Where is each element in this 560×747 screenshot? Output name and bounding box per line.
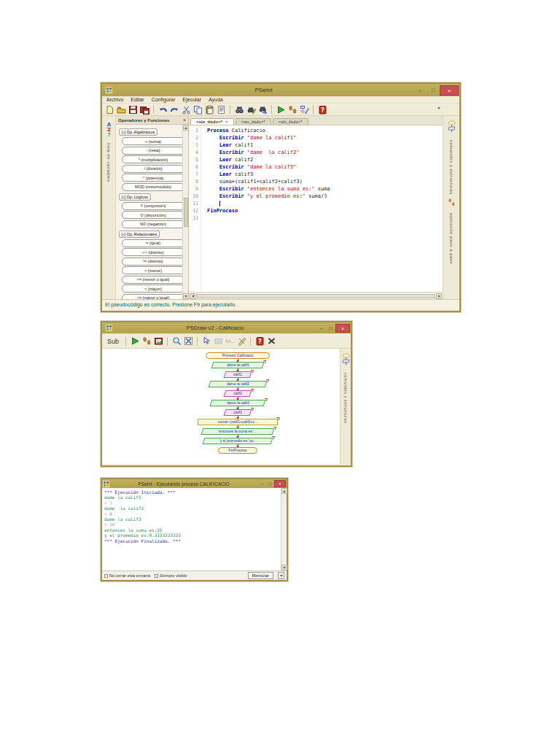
minimize-button[interactable]: – <box>316 325 326 332</box>
scrollbar-thumb[interactable] <box>184 198 188 227</box>
restart-dropdown-icon[interactable] <box>278 572 284 579</box>
tab-sin-titulo-2[interactable]: <sin_titulo>* <box>236 118 271 125</box>
operator-button[interactable]: - (resta) <box>122 147 182 155</box>
operator-button[interactable]: / (división) <box>122 165 182 173</box>
code-area[interactable]: 12345678910111213 Proceso Calificacio Es… <box>189 125 443 292</box>
operator-button[interactable]: != (distinto) <box>122 258 182 266</box>
code-line[interactable]: Escribir "dame la calif1" <box>207 134 443 142</box>
no-close-checkbox[interactable]: No cerrar esta ventana <box>104 573 150 578</box>
operator-button[interactable]: NO (negación) <box>122 220 182 228</box>
code-line[interactable]: Escribir "dame la calif3" <box>207 163 443 171</box>
operator-group-header[interactable]: [-] Op. Relacionales <box>119 231 160 238</box>
close-button[interactable]: × <box>274 480 286 487</box>
flowchart-process-shape[interactable]: suma<-(calif1+calif2+c... <box>198 419 278 425</box>
hscrollbar-track[interactable] <box>196 294 435 298</box>
flowchart-out-shape[interactable]: dame la calif3 <box>210 400 266 406</box>
flowchart-canvas[interactable]: Proceso Calificaciodame la calif1calif1d… <box>102 349 340 464</box>
tab-sin-titulo-3[interactable]: <sin_titulo>* <box>273 118 308 125</box>
operator-button[interactable]: O (disyunción) <box>122 211 182 219</box>
menu-item-editar[interactable]: Editar <box>131 97 144 102</box>
code-line[interactable]: Escribir "y el promedio es:" suma/3 <box>207 193 443 200</box>
save-all-icon[interactable] <box>139 104 149 115</box>
menu-item-configurar[interactable]: Configurar <box>152 97 176 102</box>
code-line[interactable] <box>207 200 443 207</box>
flowchart-terminator-shape[interactable]: FinProceso <box>218 447 257 454</box>
draw-flowchart-icon[interactable] <box>299 104 309 115</box>
copy-icon[interactable] <box>192 104 203 115</box>
redo-icon[interactable] <box>169 104 179 115</box>
main-titlebar[interactable]: PSeInt – □ × <box>102 84 459 96</box>
scroll-up-icon[interactable] <box>183 125 189 131</box>
operator-button[interactable]: + (suma) <box>122 137 182 145</box>
move-icon[interactable] <box>201 336 211 347</box>
menu-item-ejecutar[interactable]: Ejecutar <box>182 97 201 102</box>
always-visible-checkbox[interactable]: Siempre visible <box>155 573 187 578</box>
maximize-button[interactable]: □ <box>427 86 440 95</box>
save-image-icon[interactable] <box>153 336 163 347</box>
undo-icon[interactable] <box>158 104 168 115</box>
side-tab-step-by-step[interactable]: ejecución paso a paso <box>449 213 454 264</box>
operator-button[interactable]: < (menor) <box>122 266 182 274</box>
code-line[interactable]: Proceso Calificacio <box>207 127 443 134</box>
save-icon[interactable] <box>128 104 138 115</box>
operators-panel-close-icon[interactable]: × <box>183 117 186 123</box>
cut-icon[interactable] <box>181 104 191 115</box>
code-line[interactable]: Leer calif1 <box>207 142 443 149</box>
find-icon[interactable] <box>234 104 244 115</box>
maximize-button[interactable]: □ <box>266 481 274 487</box>
maximize-button[interactable]: □ <box>326 325 335 332</box>
editor-hscrollbar[interactable] <box>189 292 443 299</box>
console-titlebar[interactable]: PSeInt - Ejecutando proceso CALIFICACIO … <box>102 479 287 488</box>
psdraw-right-strip[interactable]: comandos y estructuras <box>340 349 351 464</box>
code-line[interactable]: Leer calif3 <box>207 171 443 178</box>
paste-icon[interactable] <box>204 104 214 115</box>
minimize-button[interactable]: – <box>258 481 266 487</box>
scroll-up-icon[interactable] <box>281 488 287 494</box>
menu-item-ayuda[interactable]: Ayuda <box>209 97 223 102</box>
operator-button[interactable]: MOD (resto/modulo) <box>122 183 182 191</box>
psdraw-titlebar[interactable]: PSDraw v2 - Calificacio – □ × <box>102 322 351 333</box>
side-tab-commands-structures[interactable]: comandos y estructuras <box>449 140 454 195</box>
operator-group-header[interactable]: [-] Op. Algebraicos <box>119 128 158 136</box>
flowchart-in-shape[interactable]: calif3 <box>224 409 252 416</box>
scroll-right-icon[interactable] <box>436 293 442 299</box>
close-button[interactable]: × <box>335 324 350 333</box>
code-line[interactable] <box>207 214 443 222</box>
help-icon[interactable]: ? <box>317 104 327 115</box>
code-line[interactable]: FinProceso <box>207 207 443 214</box>
scroll-down-icon[interactable] <box>281 565 287 570</box>
restart-button[interactable]: Reiniciar <box>248 572 273 579</box>
scroll-down-icon[interactable] <box>183 293 189 299</box>
tab-close-icon[interactable]: × <box>225 120 228 124</box>
flowchart-out-shape[interactable]: 'y el promedio es:',su... <box>203 438 273 444</box>
operator-button[interactable]: > (mayor) <box>122 285 182 293</box>
help-icon[interactable]: ? <box>254 336 265 347</box>
operator-group-header[interactable]: [-] Op. Lógicos <box>119 193 151 201</box>
flowchart-out-shape[interactable]: dame la calif1 <box>211 362 265 368</box>
operator-button[interactable]: >= (mayor o igual) <box>122 294 182 300</box>
code-line[interactable]: Escribir "entonces la suma es:" suma <box>207 185 443 193</box>
step-run-icon[interactable] <box>141 336 152 347</box>
pencil-icon[interactable] <box>236 336 246 347</box>
operator-button[interactable]: * (multiplicación) <box>122 155 182 163</box>
code-line[interactable]: Leer calif2 <box>207 156 443 163</box>
checkbox-icon[interactable] <box>104 574 108 578</box>
operator-button[interactable]: <= (menor o igual) <box>122 276 182 284</box>
tab-list-dropdown-icon[interactable] <box>438 109 440 125</box>
flowchart-in-shape[interactable]: calif1 <box>224 371 252 378</box>
close-button[interactable]: × <box>440 85 459 96</box>
find-next-icon[interactable] <box>257 104 268 115</box>
run-icon[interactable] <box>130 336 140 347</box>
variables-strip[interactable]: AZ? lista de variables <box>102 116 116 299</box>
snippet-icon[interactable] <box>216 104 226 115</box>
operator-button[interactable]: <> (distinto) <box>122 248 182 256</box>
operators-scrollbar[interactable] <box>182 125 188 299</box>
step-run-icon[interactable] <box>287 104 298 115</box>
operator-button[interactable]: = (igual) <box>122 239 182 247</box>
operator-button[interactable]: ^ (potencia) <box>122 174 182 182</box>
flowchart-terminator-shape[interactable]: Proceso Calificacio <box>206 352 270 359</box>
checkbox-icon[interactable] <box>155 574 158 578</box>
replace-icon[interactable] <box>246 104 256 115</box>
zoom-icon[interactable] <box>171 336 182 347</box>
minimize-button[interactable]: – <box>413 86 427 95</box>
